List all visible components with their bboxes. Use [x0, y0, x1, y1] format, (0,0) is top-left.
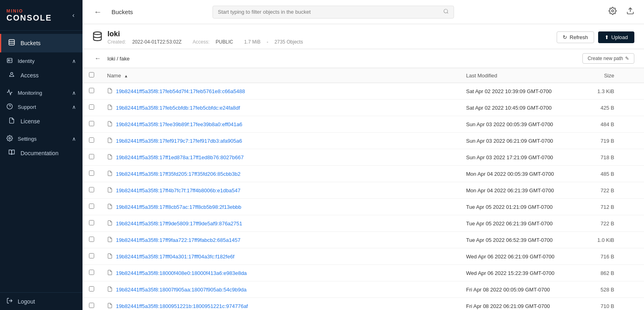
- row-checkbox-8[interactable]: [89, 220, 94, 225]
- row-size-3: 719 B: [572, 133, 621, 149]
- file-name-text-9[interactable]: 19b82441ff5a35f8:17ff9faa722:17ff9fabcb2…: [116, 237, 240, 243]
- svg-point-10: [9, 137, 10, 139]
- sidebar-item-license[interactable]: License: [0, 112, 83, 130]
- sidebar-collapse-button[interactable]: ‹: [71, 10, 76, 21]
- path-navigation: ← loki / fake: [92, 54, 130, 63]
- row-size-6: 722 B: [572, 182, 621, 199]
- create-path-label: Create new path: [588, 56, 623, 61]
- monitoring-icon: [6, 89, 13, 97]
- row-checkbox-1[interactable]: [89, 104, 94, 110]
- back-button[interactable]: ←: [91, 6, 105, 18]
- table-row: 19b82441ff5a35f8:1800951221b:1800951221c…: [83, 298, 644, 310]
- file-name-text-5[interactable]: 19b82441ff5a35f8:17ff35fd205:17ff35fd206…: [116, 171, 240, 177]
- row-checkbox-2[interactable]: [89, 121, 94, 126]
- support-expand-icon: ∧: [72, 104, 76, 110]
- file-name-text-11[interactable]: 19b82441ff5a35f8:18000f408e0:18000f413a6…: [116, 270, 247, 276]
- file-name-text-13[interactable]: 19b82441ff5a35f8:1800951221b:1800951221c…: [116, 303, 248, 309]
- file-icon-1: [107, 104, 113, 111]
- file-name-text-4[interactable]: 19b82441ff5a35f8:17ff1ed878a:17ff1ed8b76…: [116, 154, 244, 160]
- row-name-4: 19b82441ff5a35f8:17ff1ed878a:17ff1ed8b76…: [101, 149, 460, 166]
- sidebar-item-support[interactable]: Support ∧: [0, 98, 83, 112]
- row-check-8: [83, 215, 101, 232]
- col-header-name[interactable]: Name ▲: [101, 68, 460, 83]
- svg-point-7: [10, 73, 12, 75]
- sidebar-item-monitoring[interactable]: Monitoring ∧: [0, 84, 83, 98]
- row-checkbox-13[interactable]: [89, 303, 94, 308]
- file-name-text-0[interactable]: 19b82441ff5a35f8:17feb54d7f4:17feb5761e8…: [116, 88, 245, 94]
- row-checkbox-12[interactable]: [89, 286, 94, 291]
- sidebar-item-label-support: Support: [18, 104, 36, 110]
- svg-line-13: [447, 12, 448, 13]
- row-name-12: 19b82441ff5a35f8:18007f905aa:18007f905ab…: [101, 281, 460, 298]
- row-check-5: [83, 166, 101, 182]
- row-name-13: 19b82441ff5a35f8:1800951221b:1800951221c…: [101, 298, 460, 310]
- upload-icon: ⬆: [605, 34, 609, 40]
- row-size-11: 862 B: [572, 265, 621, 281]
- file-name-text-10[interactable]: 19b82441ff5a35f8:17fff04a301:17fff04a3fc…: [116, 254, 234, 260]
- file-name-text-6[interactable]: 19b82441ff5a35f8:17ff4b7fc7f:17ff4b8006b…: [116, 187, 240, 193]
- select-all-checkbox[interactable]: [89, 72, 94, 77]
- table-row: 19b82441ff5a35f8:17ff35fd205:17ff35fd206…: [83, 166, 644, 182]
- row-checkbox-10[interactable]: [89, 253, 94, 258]
- file-table: Name ▲ Last Modified Size 19b824: [83, 68, 644, 310]
- row-checkbox-7[interactable]: [89, 204, 94, 209]
- upload-button[interactable]: ⬆ Upload: [598, 31, 634, 43]
- sidebar-item-buckets[interactable]: Buckets: [0, 34, 83, 52]
- row-checkbox-4[interactable]: [89, 154, 94, 159]
- table-row: 19b82441ff5a35f8:17ff1ed878a:17ff1ed8b76…: [83, 149, 644, 166]
- table-row: 19b82441ff5a35f8:17feb5cbfdb:17feb5cbfdc…: [83, 100, 644, 116]
- row-actions-3: [621, 133, 644, 149]
- bucket-header: loki Created: 2022-04-01T22:53:02Z Acces…: [83, 24, 644, 49]
- sidebar-item-label-license: License: [21, 118, 76, 125]
- row-modified-3: Sun Apr 03 2022 06:21:09 GMT-0700: [460, 133, 572, 149]
- bucket-objects: 2735 Objects: [275, 39, 303, 45]
- row-checkbox-5[interactable]: [89, 171, 94, 176]
- table-row: 19b82441ff5a35f8:17ff9de5809:17ff9de5af9…: [83, 215, 644, 232]
- file-name-text-8[interactable]: 19b82441ff5a35f8:17ff9de5809:17ff9de5af9…: [116, 221, 242, 227]
- sidebar-item-access[interactable]: Access: [0, 67, 83, 84]
- row-size-4: 718 B: [572, 149, 621, 166]
- topbar-settings-button[interactable]: [607, 5, 618, 19]
- refresh-button[interactable]: ↻ Refresh: [557, 31, 594, 43]
- topbar-upload-button[interactable]: [625, 5, 636, 19]
- path-back-button[interactable]: ←: [92, 54, 103, 63]
- path-bar: ← loki / fake Create new path ✎: [83, 49, 644, 68]
- file-name-text-2[interactable]: 19b82441ff5a35f8:17fee39b89f:17fee39b8a0…: [116, 121, 242, 127]
- svg-point-14: [611, 10, 613, 12]
- row-size-12: 528 B: [572, 281, 621, 298]
- create-path-button[interactable]: Create new path ✎: [582, 53, 634, 64]
- search-input[interactable]: [218, 9, 440, 15]
- table-row: 19b82441ff5a35f8:17ff9faa722:17ff9fabcb2…: [83, 232, 644, 248]
- sidebar-navigation: Buckets Identity ∧ Access: [0, 31, 83, 292]
- monitoring-expand-icon: ∧: [72, 90, 76, 96]
- file-icon-10: [107, 253, 113, 260]
- file-name-text-1[interactable]: 19b82441ff5a35f8:17feb5cbfdb:17feb5cbfdc…: [116, 105, 240, 111]
- search-icon: [443, 8, 449, 16]
- file-name-text-3[interactable]: 19b82441ff5a35f8:17fef9179c7:17fef917db3…: [116, 138, 242, 144]
- row-name-5: 19b82441ff5a35f8:17ff35fd205:17ff35fd206…: [101, 166, 460, 182]
- row-actions-4: [621, 149, 644, 166]
- table-row: 19b82441ff5a35f8:18007f905aa:18007f905ab…: [83, 281, 644, 298]
- row-check-12: [83, 281, 101, 298]
- file-icon-13: [107, 303, 113, 310]
- row-checkbox-9[interactable]: [89, 237, 94, 242]
- row-checkbox-0[interactable]: [89, 88, 94, 93]
- sidebar-item-settings[interactable]: Settings ∧: [0, 130, 83, 144]
- row-checkbox-11[interactable]: [89, 270, 94, 275]
- row-check-2: [83, 116, 101, 133]
- row-checkbox-6[interactable]: [89, 187, 94, 192]
- bucket-separator: -: [267, 39, 270, 45]
- create-path-icon: ✎: [625, 56, 629, 61]
- row-size-2: 484 B: [572, 116, 621, 133]
- row-checkbox-3[interactable]: [89, 137, 94, 143]
- file-name-text-12[interactable]: 19b82441ff5a35f8:18007f905aa:18007f905ab…: [116, 287, 246, 293]
- sidebar-item-identity[interactable]: Identity ∧: [0, 52, 83, 67]
- file-name-text-7[interactable]: 19b82441ff5a35f8:17ff8cb57ac:17ff8cb5b98…: [116, 204, 242, 210]
- row-modified-12: Fri Apr 08 2022 00:05:09 GMT-0700: [460, 281, 572, 298]
- sidebar-item-label-monitoring: Monitoring: [18, 90, 42, 96]
- svg-rect-3: [7, 58, 12, 63]
- bucket-access-value: PUBLIC: [216, 39, 233, 45]
- row-actions-2: [621, 116, 644, 133]
- logout-button[interactable]: Logout: [0, 292, 83, 310]
- sidebar-item-documentation[interactable]: Documentation: [0, 144, 83, 162]
